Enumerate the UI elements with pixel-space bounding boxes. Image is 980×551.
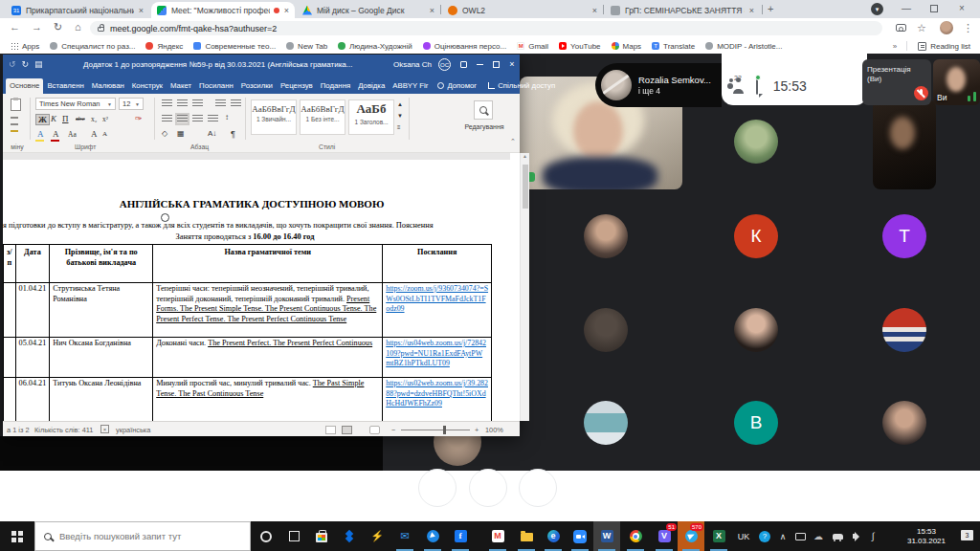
spellcheck-icon[interactable]: ×	[100, 425, 109, 433]
participants-button[interactable]: 22	[733, 77, 741, 95]
pen-tray-icon[interactable]: ∫	[865, 521, 880, 551]
language-indicator[interactable]: UK	[733, 521, 754, 551]
italic-button[interactable]: К	[51, 114, 56, 123]
tab-close-icon[interactable]: ×	[139, 6, 144, 15]
facebook-button[interactable]: f	[447, 521, 474, 551]
styles-scroll-down[interactable]: ▼	[397, 113, 403, 119]
bookmark-item[interactable]: Оцінювання персо...	[423, 42, 506, 51]
font-color-button[interactable]: А	[53, 129, 59, 139]
participant-avatar[interactable]	[734, 120, 778, 164]
self-video-tile[interactable]: Ви	[933, 59, 980, 105]
bullet-list-icon[interactable]	[162, 99, 172, 108]
scrollbar-thumb[interactable]	[523, 165, 528, 209]
ribbon-tab-references[interactable]: Посиланн	[195, 78, 237, 94]
messenger-button[interactable]	[419, 521, 446, 551]
camera-control-button[interactable]	[519, 469, 557, 507]
text-effects-icon[interactable]: ✑	[135, 114, 143, 123]
bookmark-youtube[interactable]: YouTube	[559, 42, 600, 51]
align-center-icon[interactable]	[177, 115, 188, 123]
share-button[interactable]: Спільний доступ	[482, 81, 561, 94]
editing-label[interactable]: Редагування	[460, 123, 508, 130]
participant-initial-tile[interactable]: Т	[882, 214, 926, 258]
style-no-spacing[interactable]: АаБбВвГгД1 Без інте...	[300, 99, 345, 135]
print-layout-icon[interactable]	[342, 426, 352, 434]
word-count[interactable]: Кількість слів: 411	[34, 426, 93, 434]
edge-button[interactable]: e	[540, 521, 567, 551]
bookmark-item[interactable]: Яндекс	[145, 42, 183, 51]
ribbon-tab-insert[interactable]: Вставленн	[43, 78, 87, 94]
bookmark-translate[interactable]: TTranslate	[652, 42, 695, 51]
browser-maximize-button[interactable]	[930, 5, 938, 12]
copy-icon[interactable]	[11, 123, 18, 125]
ribbon-tab-draw[interactable]: Малюван	[88, 78, 128, 94]
tab-close-icon[interactable]: ×	[749, 6, 754, 15]
font-size-select[interactable]: 12▼	[119, 98, 144, 110]
help-button[interactable]: Допомог	[432, 81, 482, 94]
zoom-link[interactable]: https://zoom.us/j/9360734074?=SWs0OStLbT…	[386, 284, 488, 313]
zoom-level[interactable]: 100%	[485, 426, 503, 434]
bookmark-item[interactable]: Современные тео...	[193, 42, 276, 51]
zoom-slider-thumb[interactable]	[443, 426, 446, 434]
ribbon-tab-home[interactable]: Основне	[6, 78, 43, 94]
subscript-button[interactable]: x₂	[91, 115, 97, 123]
close-button[interactable]: ×	[504, 59, 520, 69]
presenter-name-pill[interactable]: Rozalia Semkov... і ще 4	[595, 63, 722, 107]
minimize-button[interactable]	[477, 64, 483, 65]
participant-avatar[interactable]	[584, 214, 628, 258]
language-indicator[interactable]: українська	[116, 426, 150, 434]
sort-icon[interactable]: А↓	[208, 129, 216, 138]
borders-icon[interactable]: ▦	[177, 129, 185, 138]
superscript-button[interactable]: x²	[102, 115, 108, 123]
telegram-button[interactable]: 570	[678, 521, 704, 551]
save-icon[interactable]: ▤	[34, 59, 43, 69]
back-icon[interactable]: ←	[10, 21, 20, 33]
taskbar-clock[interactable]: 15:53 31.03.2021	[898, 521, 955, 551]
hangup-control-button[interactable]	[469, 469, 507, 507]
tab-close-icon[interactable]: ×	[592, 6, 597, 15]
redo-icon[interactable]: ↻	[22, 59, 30, 69]
bookmark-item[interactable]: MODIP - Aristotle...	[705, 42, 782, 51]
bold-button[interactable]: Ж	[35, 114, 50, 125]
outdent-icon[interactable]	[231, 99, 241, 108]
help-tray-button[interactable]: ?	[757, 521, 772, 551]
ribbon-tab-help[interactable]: Довідка	[354, 78, 389, 94]
participant-avatar[interactable]	[584, 308, 628, 352]
document-canvas[interactable]: АНГЛІЙСЬКА ГРАМАТИКА ДОСТУПНОЮ МОВОЮ я п…	[3, 153, 510, 421]
reload-icon[interactable]: ↻	[54, 21, 62, 33]
bookmark-item[interactable]: Людина-Художній	[338, 42, 412, 51]
zoom-link[interactable]: https://us04web.zoom.us/j/72842109?pwd=N…	[386, 339, 486, 367]
cortana-button[interactable]	[253, 521, 279, 551]
numbered-list-icon[interactable]	[177, 99, 188, 108]
store-button[interactable]	[308, 521, 335, 551]
browser-profile-icon[interactable]: ▾	[871, 3, 883, 15]
zoom-button[interactable]	[567, 521, 593, 551]
bookmark-item[interactable]: New Tab	[286, 42, 327, 51]
document-scrollbar[interactable]: ▲	[520, 153, 529, 421]
reading-list-button[interactable]: Reading list	[918, 42, 970, 51]
align-right-icon[interactable]	[192, 115, 203, 123]
ribbon-tab-review[interactable]: Рецензув	[277, 78, 317, 94]
profile-avatar[interactable]	[940, 21, 953, 34]
word-titlebar[interactable]: ↺ ↻ ▤ Додаток 1 до розпорядження №59-р в…	[3, 55, 520, 74]
account-avatar[interactable]: ОС	[438, 58, 451, 71]
taskbar-search[interactable]	[34, 521, 251, 551]
tab-close-icon[interactable]: ×	[430, 6, 434, 15]
participant-avatar[interactable]	[584, 401, 628, 445]
device-tray-icon[interactable]	[829, 521, 846, 551]
chrome-button[interactable]	[622, 521, 649, 551]
home-icon[interactable]: ⌂	[75, 21, 81, 33]
url-bar[interactable]: meet.google.com/fmt-qake-hsa?authuser=2	[90, 21, 882, 35]
format-painter-icon[interactable]	[11, 130, 18, 132]
onedrive-tray-icon[interactable]: ☁	[810, 521, 827, 551]
pilcrow-icon[interactable]: ¶	[231, 129, 235, 139]
align-left-icon[interactable]	[162, 115, 172, 123]
participant-initial-tile[interactable]: К	[734, 214, 778, 258]
strikethrough-button[interactable]: abc	[76, 115, 85, 122]
word-button[interactable]: W	[593, 521, 620, 551]
browser-tab-active[interactable]: Meet: "Можливості профес×	[151, 2, 295, 18]
start-button[interactable]	[0, 521, 34, 551]
indent-icon[interactable]	[215, 99, 226, 108]
maximize-button[interactable]	[493, 61, 500, 68]
bookmarks-overflow[interactable]: »	[893, 42, 897, 51]
change-case-button[interactable]: Aa	[68, 130, 77, 139]
